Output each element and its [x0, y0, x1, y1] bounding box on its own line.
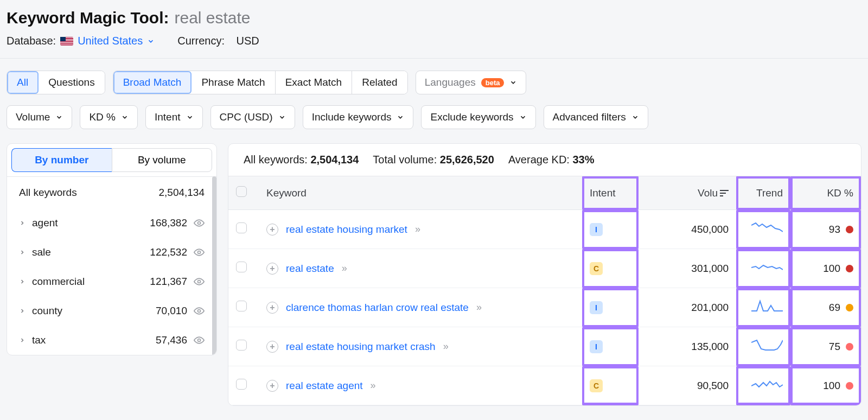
table-row: + real estate housing market crash » I 1… — [228, 327, 861, 366]
sidebar-item-agent[interactable]: agent 168,382 — [7, 208, 216, 238]
database-selector[interactable]: United States — [78, 35, 155, 47]
filter-advanced[interactable]: Advanced filters — [544, 105, 648, 129]
svg-point-4 — [198, 339, 201, 342]
filter-kd[interactable]: KD % — [80, 105, 138, 129]
filter-volume[interactable]: Volume — [7, 105, 72, 129]
table-row: + real estate agent » C 90,500 100 — [228, 366, 861, 405]
expand-icon[interactable]: + — [266, 302, 278, 314]
chevron-down-icon — [278, 113, 286, 121]
double-chevron-icon[interactable]: » — [371, 380, 374, 391]
select-all-checkbox[interactable] — [236, 186, 247, 197]
flag-us-icon — [60, 37, 73, 46]
filter-cpc[interactable]: CPC (USD) — [210, 105, 295, 129]
intent-badge: I — [590, 223, 603, 236]
languages-label: Languages — [425, 77, 476, 88]
page-title: Keyword Magic Tool: real estate — [7, 5, 861, 35]
expand-icon[interactable]: + — [266, 263, 278, 275]
sidebar-item-label: commercial — [32, 276, 143, 288]
svg-rect-6 — [720, 193, 726, 194]
row-checkbox[interactable] — [236, 340, 247, 351]
tab-broad-match[interactable]: Broad Match — [113, 71, 192, 94]
row-checkbox[interactable] — [236, 262, 247, 272]
kd-dot-icon — [846, 304, 853, 311]
eye-icon[interactable] — [194, 247, 205, 258]
col-intent[interactable]: Intent — [582, 176, 639, 210]
chevron-down-icon — [631, 113, 639, 121]
tab-all[interactable]: All — [7, 71, 39, 94]
match-segment: Broad Match Phrase Match Exact Match Rel… — [113, 71, 408, 94]
table-row: + real estate » C 301,000 100 — [228, 249, 861, 288]
summary-all-value: 2,504,134 — [310, 154, 359, 166]
col-kd[interactable]: KD % — [790, 176, 861, 210]
trend-sparkline — [751, 376, 783, 392]
double-chevron-icon[interactable]: » — [476, 302, 480, 313]
tab-questions[interactable]: Questions — [39, 71, 105, 94]
chevron-right-icon — [19, 308, 25, 314]
row-checkbox[interactable] — [236, 301, 247, 311]
chevron-right-icon — [19, 249, 25, 256]
filter-volume-label: Volume — [16, 111, 50, 123]
sidebar-item-tax[interactable]: tax 57,436 — [7, 326, 216, 355]
keyword-link[interactable]: real estate housing market crash — [286, 341, 436, 353]
kd-cell: 69 — [829, 302, 853, 314]
col-keyword[interactable]: Keyword — [259, 176, 582, 210]
filter-intent-label: Intent — [155, 111, 181, 123]
sidebar-item-commercial[interactable]: commercial 121,367 — [7, 267, 216, 296]
eye-icon[interactable] — [194, 218, 205, 228]
col-trend[interactable]: Trend — [736, 176, 790, 210]
svg-point-0 — [198, 222, 201, 225]
trend-sparkline — [751, 298, 783, 314]
col-volume[interactable]: Volu — [639, 176, 736, 210]
keyword-link[interactable]: real estate housing market — [286, 224, 407, 236]
expand-icon[interactable]: + — [266, 224, 278, 236]
keyword-link[interactable]: real estate agent — [286, 380, 363, 392]
double-chevron-icon[interactable]: » — [342, 263, 345, 274]
double-chevron-icon[interactable]: » — [443, 341, 446, 352]
tab-phrase-match[interactable]: Phrase Match — [192, 71, 275, 94]
sidebar-item-label: sale — [32, 246, 143, 258]
kd-dot-icon — [846, 343, 853, 351]
volume-cell: 301,000 — [639, 249, 736, 288]
currency-value: USD — [237, 35, 259, 47]
filter-intent[interactable]: Intent — [145, 105, 203, 129]
svg-point-1 — [198, 251, 201, 254]
sidebar-all-keywords[interactable]: All keywords 2,504,134 — [7, 177, 216, 208]
kd-dot-icon — [846, 265, 853, 272]
sidebar-item-label: tax — [32, 334, 149, 346]
tab-exact-match[interactable]: Exact Match — [276, 71, 353, 94]
summary-all-label: All keywords: — [244, 154, 308, 166]
filter-advanced-label: Advanced filters — [553, 111, 626, 123]
chevron-down-icon — [509, 79, 517, 86]
sidebar-all-label: All keywords — [19, 187, 77, 199]
database-value: United States — [78, 35, 143, 47]
languages-dropdown[interactable]: Languages beta — [416, 71, 527, 94]
filter-include-keywords[interactable]: Include keywords — [303, 105, 414, 129]
sidebar-item-sale[interactable]: sale 122,532 — [7, 238, 216, 267]
eye-icon[interactable] — [194, 335, 205, 346]
col-checkbox — [228, 176, 259, 210]
kd-cell: 75 — [829, 341, 853, 353]
eye-icon[interactable] — [194, 276, 205, 287]
sidebar-item-count: 70,010 — [156, 305, 187, 317]
currency-label: Currency: — [177, 35, 225, 47]
sidebar-item-county[interactable]: county 70,010 — [7, 296, 216, 326]
chevron-down-icon — [121, 113, 129, 121]
eye-icon[interactable] — [194, 306, 205, 316]
keyword-link[interactable]: real estate — [286, 263, 334, 275]
expand-icon[interactable]: + — [266, 341, 278, 353]
tab-related[interactable]: Related — [352, 71, 407, 94]
sidebar-tab-by-volume[interactable]: By volume — [112, 148, 213, 172]
row-checkbox[interactable] — [236, 379, 247, 390]
keyword-link[interactable]: clarence thomas harlan crow real estate — [286, 302, 469, 314]
sidebar-tab-by-number[interactable]: By number — [11, 148, 112, 172]
sidebar-item-label: county — [32, 305, 149, 317]
intent-badge: C — [590, 379, 603, 392]
double-chevron-icon[interactable]: » — [415, 224, 418, 235]
scrollbar[interactable] — [212, 176, 216, 355]
svg-rect-5 — [720, 190, 729, 191]
expand-icon[interactable]: + — [266, 380, 278, 392]
svg-point-2 — [198, 281, 201, 283]
filter-exclude-keywords[interactable]: Exclude keywords — [421, 105, 535, 129]
row-checkbox[interactable] — [236, 222, 247, 233]
chevron-down-icon — [186, 113, 194, 121]
